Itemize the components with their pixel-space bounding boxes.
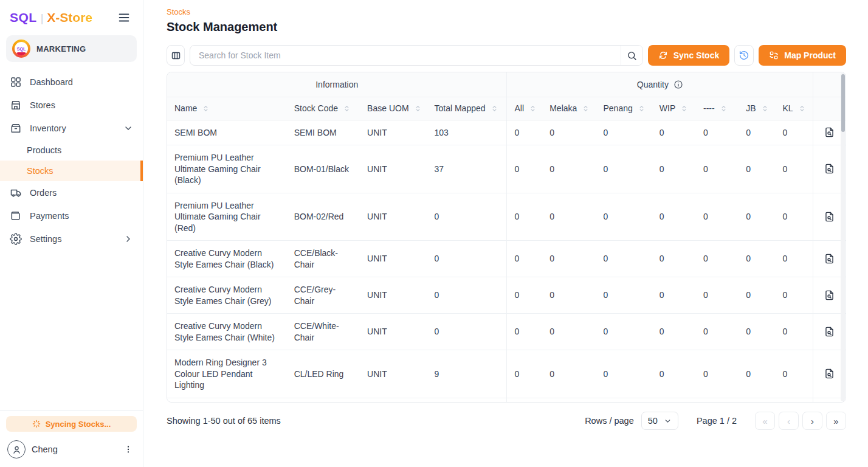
column-header-stock-code[interactable]: Stock Code <box>287 97 360 120</box>
file-search-icon <box>824 163 835 175</box>
cell-wip: 0 <box>652 145 696 193</box>
cell-base-uom: UNIT <box>360 145 427 193</box>
dashboard-icon <box>10 76 22 88</box>
chevron-right-icon: › <box>811 416 814 426</box>
view-stock-button[interactable] <box>821 161 838 177</box>
sidebar-item-orders[interactable]: Orders <box>0 181 143 204</box>
workspace-name: MARKETING <box>36 44 86 54</box>
cell-all <box>507 398 542 403</box>
column-header-wip[interactable]: WIP <box>652 97 696 120</box>
search-input[interactable] <box>190 50 621 60</box>
cell-dash <box>696 398 739 403</box>
breadcrumb[interactable]: Stocks <box>167 7 846 16</box>
sidebar-item-label: Stores <box>30 100 55 110</box>
file-search-icon <box>824 326 835 337</box>
sync-history-button[interactable] <box>734 45 754 66</box>
table-scrollbar[interactable] <box>841 73 845 401</box>
column-header-kl[interactable]: KL <box>775 97 813 120</box>
cell-name: European Retro Style Table <box>167 398 287 403</box>
cell-base-uom: UNIT <box>360 241 427 277</box>
sidebar-item-products[interactable]: Products <box>0 140 143 161</box>
rows-per-page-label: Rows / page <box>585 416 634 426</box>
view-stock-button[interactable] <box>821 124 838 140</box>
cell-all: 0 <box>507 193 542 241</box>
quantity-info-icon[interactable] <box>673 80 683 89</box>
sort-icon[interactable] <box>529 105 537 112</box>
column-header-base-uom[interactable]: Base UOM <box>360 97 427 120</box>
workspace-avatar-text: SQL <box>15 42 28 55</box>
column-header-dash[interactable]: ---- <box>696 97 739 120</box>
workspace-selector[interactable]: SQL MARKETING <box>6 35 137 62</box>
prev-page-button[interactable]: ‹ <box>779 412 799 430</box>
double-chevron-left-icon: « <box>762 416 767 426</box>
sync-stock-button[interactable]: Sync Stock <box>648 45 729 66</box>
view-stock-button[interactable] <box>821 323 838 340</box>
table-row: Creative Curvy Modern Style Eames Chair … <box>167 277 846 314</box>
sidebar-item-settings[interactable]: Settings <box>0 227 143 251</box>
sidebar-item-label: Inventory <box>30 123 66 133</box>
view-stock-button[interactable] <box>821 287 838 303</box>
sort-icon[interactable] <box>491 105 498 112</box>
cell-base-uom: UNIT <box>360 350 427 398</box>
column-header-total-mapped[interactable]: Total Mapped <box>427 97 507 120</box>
file-search-icon <box>824 289 835 301</box>
sort-icon[interactable] <box>720 105 728 112</box>
sort-icon[interactable] <box>582 105 590 112</box>
sort-icon[interactable] <box>638 105 646 112</box>
logo-divider: | <box>41 12 44 25</box>
cell-penang: 0 <box>596 314 652 350</box>
cell-dash: 0 <box>696 350 739 398</box>
column-header-penang[interactable]: Penang <box>596 97 652 120</box>
columns-button[interactable] <box>167 45 185 66</box>
cell-wip: 0 <box>652 350 696 398</box>
cell-dash: 0 <box>696 314 739 350</box>
sidebar-item-payments[interactable]: Payments <box>0 204 143 227</box>
list-footer: Showing 1-50 out of 65 items Rows / page… <box>167 412 846 430</box>
sidebar-item-stocks[interactable]: Stocks <box>0 161 143 181</box>
view-stock-button[interactable] <box>821 365 838 382</box>
cell-melaka: 0 <box>542 277 596 314</box>
sort-icon[interactable] <box>761 105 769 112</box>
cell-penang <box>596 398 652 403</box>
cell-penang: 0 <box>596 350 652 398</box>
chevron-left-icon: ‹ <box>787 416 790 426</box>
sort-icon[interactable] <box>343 105 351 112</box>
map-product-button[interactable]: Map Product <box>759 45 846 66</box>
sync-status-toast: Syncing Stocks... <box>6 416 137 432</box>
view-stock-button[interactable] <box>821 251 838 267</box>
cell-stock-code <box>287 398 360 403</box>
sort-icon[interactable] <box>680 105 688 112</box>
sort-icon[interactable] <box>798 105 806 112</box>
search-button[interactable] <box>621 46 642 65</box>
cell-melaka: 0 <box>542 314 596 350</box>
map-product-icon <box>769 50 779 60</box>
cell-jb: 0 <box>739 241 775 277</box>
file-search-icon <box>824 211 835 223</box>
column-header-all[interactable]: All <box>507 97 542 120</box>
user-menu-button[interactable] <box>121 442 136 457</box>
cell-penang: 0 <box>596 241 652 277</box>
view-stock-button[interactable] <box>821 402 838 403</box>
first-page-button[interactable]: « <box>755 412 775 430</box>
cell-name: Creative Curvy Modern Style Eames Chair … <box>167 277 287 314</box>
rows-per-page-select[interactable]: 50 <box>641 412 678 430</box>
column-header-melaka[interactable]: Melaka <box>542 97 596 120</box>
cell-all: 0 <box>507 120 542 145</box>
cell-total-mapped: 0 <box>427 277 507 314</box>
next-page-button[interactable]: › <box>802 412 822 430</box>
sidebar-item-inventory[interactable]: Inventory <box>0 117 143 140</box>
sidebar-toggle-button[interactable] <box>116 10 132 26</box>
column-header-name[interactable]: Name <box>167 97 287 120</box>
chevron-right-icon <box>123 234 133 244</box>
workspace-avatar: SQL <box>12 40 30 58</box>
sidebar-item-label: Payments <box>30 211 69 221</box>
view-stock-button[interactable] <box>821 209 838 225</box>
scrollbar-thumb[interactable] <box>841 74 845 132</box>
last-page-button[interactable]: » <box>826 412 846 430</box>
sidebar-item-stores[interactable]: Stores <box>0 94 143 117</box>
sidebar-item-dashboard[interactable]: Dashboard <box>0 71 143 94</box>
sort-icon[interactable] <box>202 105 210 112</box>
sort-icon[interactable] <box>414 105 422 112</box>
column-header-jb[interactable]: JB <box>739 97 775 120</box>
app-logo: SQL | X-Store <box>10 10 92 25</box>
